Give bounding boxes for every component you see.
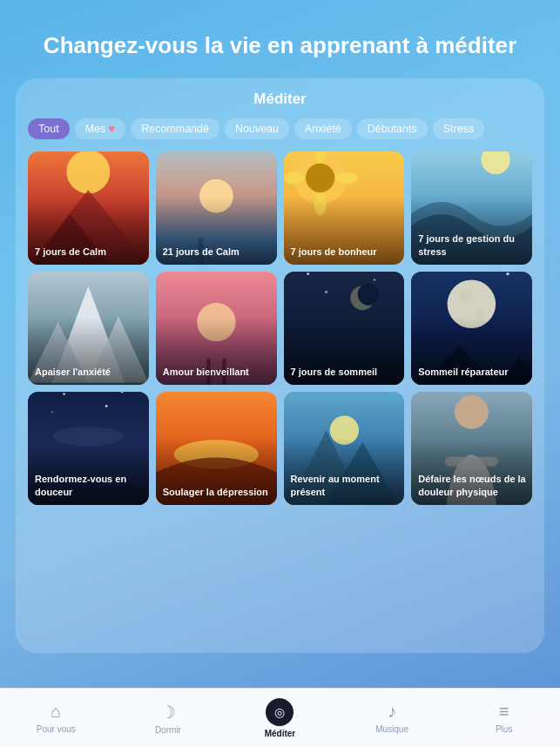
nav-item-plus[interactable]: ≡ Plus: [448, 702, 560, 734]
grid-item-6-label: Amour bienveillant: [163, 366, 273, 378]
filter-tab-debutants[interactable]: Débutants: [357, 118, 428, 139]
meditate-icon: ◎: [266, 698, 293, 726]
nav-label-pour-vous: Pour vous: [37, 724, 76, 734]
grid-item-9-label: Rendormez-vous en douceur: [35, 473, 145, 498]
bottom-navigation: ⌂ Pour vous ☽ Dormir ◎ Méditer ♪ Musique…: [0, 688, 560, 747]
meditation-grid: 7 jours de Calm 21 jours de Calm: [28, 151, 532, 505]
moon-icon: ☽: [160, 702, 176, 723]
grid-item-8-label: Sommeil réparateur: [418, 366, 529, 378]
grid-item-3[interactable]: 7 jours de bonheur: [284, 151, 405, 265]
grid-item-5[interactable]: Apaiser l'anxiété: [28, 272, 149, 385]
nav-item-mediter[interactable]: ◎ Méditer: [224, 698, 336, 738]
grid-item-6[interactable]: Amour bienveillant: [156, 272, 277, 385]
grid-item-2[interactable]: 21 jours de Calm: [156, 151, 277, 265]
filter-tab-anxiete[interactable]: Anxiété: [294, 118, 352, 139]
grid-item-4-label: 7 jours de gestion du stress: [418, 232, 529, 258]
nav-item-pour-vous[interactable]: ⌂ Pour vous: [0, 702, 112, 734]
filter-tab-tout[interactable]: Tout: [28, 118, 70, 139]
nav-item-dormir[interactable]: ☽ Dormir: [112, 702, 225, 735]
grid-item-11-label: Revenir au moment présent: [291, 473, 401, 498]
nav-label-musique: Musique: [375, 724, 408, 734]
grid-item-10[interactable]: Soulager la dépression: [156, 392, 277, 505]
grid-item-11[interactable]: Revenir au moment présent: [284, 392, 405, 505]
grid-item-8[interactable]: Sommeil réparateur: [411, 272, 532, 385]
nav-label-plus: Plus: [496, 724, 512, 734]
grid-item-5-label: Apaiser l'anxiété: [35, 366, 145, 378]
card-title: Méditer: [28, 91, 532, 108]
music-icon: ♪: [388, 702, 396, 722]
filter-tabs: Tout Mes ♥ Recommandé Nouveau Anxiété Dé…: [28, 118, 532, 139]
grid-item-7-label: 7 jours de sommeil: [291, 366, 401, 378]
grid-item-10-label: Soulager la dépression: [163, 486, 273, 498]
home-icon: ⌂: [51, 702, 61, 722]
filter-tab-mes[interactable]: Mes ♥: [75, 118, 126, 139]
page-title: Changez-vous la vie en apprenant à médit…: [0, 0, 560, 78]
main-card: Méditer Tout Mes ♥ Recommandé Nouveau An…: [16, 78, 544, 653]
menu-icon: ≡: [499, 702, 509, 722]
grid-item-1-label: 7 jours de Calm: [35, 246, 145, 258]
grid-item-1[interactable]: 7 jours de Calm: [28, 151, 149, 265]
grid-item-12[interactable]: Défaire les nœuds de la douleur physique: [411, 392, 532, 505]
filter-tab-recommande[interactable]: Recommandé: [131, 118, 219, 139]
grid-item-3-label: 7 jours de bonheur: [291, 246, 401, 258]
grid-item-9[interactable]: Rendormez-vous en douceur: [28, 392, 149, 505]
nav-label-mediter: Méditer: [265, 729, 296, 738]
grid-item-4[interactable]: 7 jours de gestion du stress: [411, 151, 532, 265]
grid-item-2-label: 21 jours de Calm: [163, 246, 273, 258]
grid-item-12-label: Défaire les nœuds de la douleur physique: [418, 473, 529, 498]
nav-label-dormir: Dormir: [155, 725, 181, 735]
filter-tab-stress[interactable]: Stress: [433, 118, 484, 139]
grid-item-7[interactable]: 7 jours de sommeil: [284, 272, 405, 385]
nav-item-musique[interactable]: ♪ Musique: [336, 702, 449, 734]
filter-tab-nouveau[interactable]: Nouveau: [225, 118, 289, 139]
